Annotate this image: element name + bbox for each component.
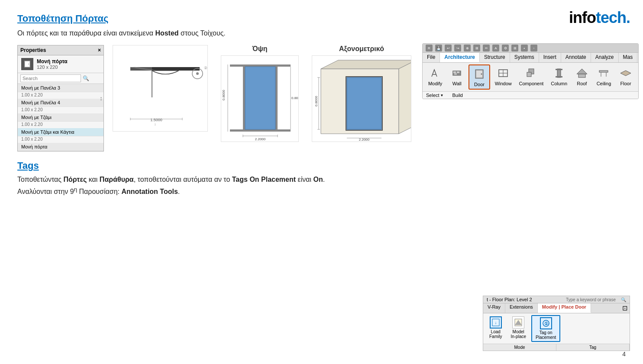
ceiling-button[interactable]: Ceiling xyxy=(594,64,614,90)
list-item[interactable]: Μονή με Πανέλα 3 xyxy=(18,84,103,92)
revit-r-icon[interactable]: R xyxy=(426,45,433,52)
svg-text:0.8000: 0.8000 xyxy=(314,96,318,106)
subtitle-bold: Hosted xyxy=(155,29,178,37)
misc-icon1[interactable]: ▪ xyxy=(521,45,528,52)
grid-icon[interactable]: ⊞ xyxy=(511,45,518,52)
svg-rect-46 xyxy=(454,73,457,75)
column-button[interactable]: Column xyxy=(548,64,570,90)
load-label2: Family xyxy=(489,334,502,339)
subtitle-suffix: στους Τοίχους. xyxy=(179,29,226,37)
undo-icon[interactable]: ↩ xyxy=(445,45,452,52)
settings-icon[interactable]: ⚙ xyxy=(502,45,509,52)
svg-marker-58 xyxy=(577,69,587,74)
properties-header: Properties × xyxy=(18,45,103,55)
select-arrow: ▼ xyxy=(440,93,444,97)
properties-close-btn[interactable]: × xyxy=(98,47,101,53)
toolbar-top-bar: R 💾 ↩ ↪ ⊕ ⊞ ✏ A ⚙ ⊞ ▪ ▫ xyxy=(423,44,638,53)
svg-point-49 xyxy=(481,74,482,75)
list-item-highlighted[interactable]: Μονή με Τζάμι και Κάγτια xyxy=(18,128,103,136)
bt-title-bar: t - Floor Plan: Level 2 Type a keyword o… xyxy=(483,296,630,303)
svg-rect-56 xyxy=(556,69,562,70)
search-icon: 🔍 xyxy=(83,75,89,81)
component-button[interactable]: Component xyxy=(516,64,546,90)
axonometric-svg: 0.8000 2.2000 1.5000 xyxy=(312,55,411,142)
door-icon xyxy=(23,60,32,68)
axonometric-view-label: Αξονομετρικό xyxy=(339,45,384,53)
logo-tech: tech. xyxy=(596,9,630,26)
bt-tab-vray[interactable]: V-Ray xyxy=(483,303,505,313)
svg-rect-20 xyxy=(275,64,278,132)
list-item[interactable]: Μονή πόρτα xyxy=(18,143,103,151)
svg-text:0.8000: 0.8000 xyxy=(291,96,299,100)
tab-systems[interactable]: Systems xyxy=(510,53,539,62)
tags-superscript: η xyxy=(74,186,77,193)
tags-suffix-pre: , τοποθετούνται αυτόματα αν το xyxy=(134,176,232,183)
list-item-size: 1.00 x 2.20 xyxy=(18,122,103,128)
svg-point-3 xyxy=(28,64,29,64)
tags-bold1: Πόρτες xyxy=(64,176,87,183)
current-door-size: 120 x 220 xyxy=(37,64,68,70)
tab-architecture[interactable]: Architecture xyxy=(440,53,480,62)
tags-line1: Τοποθετώντας Πόρτες και Παράθυρα, τοποθε… xyxy=(17,176,626,184)
floor-button[interactable]: Floor xyxy=(616,64,636,90)
redo-icon[interactable]: ↪ xyxy=(454,45,461,52)
tab-file[interactable]: File xyxy=(423,53,440,62)
floor-label: Floor xyxy=(620,81,631,86)
bt-tab-place-door[interactable]: Modify | Place Door xyxy=(538,303,591,313)
page-number: 4 xyxy=(622,351,626,358)
annotate-icon[interactable]: A xyxy=(492,45,499,52)
svg-text:②: ② xyxy=(204,66,207,70)
list-item[interactable]: Μονή με Πανέλα 4 xyxy=(18,99,103,107)
toolbar-footer: Select ▼ Build xyxy=(423,91,638,99)
roof-icon xyxy=(575,66,589,80)
logo-area: infotech. xyxy=(569,9,630,27)
bt-tab-extensions[interactable]: Extensions xyxy=(505,303,538,313)
copy-icon[interactable]: ⊕ xyxy=(464,45,471,52)
tab-insert[interactable]: Insert xyxy=(539,53,561,62)
front-view-label: Όψη xyxy=(252,45,267,53)
bt-footer: Mode Tag xyxy=(483,344,630,351)
svg-marker-32 xyxy=(399,60,411,134)
bt-tag-on-placement[interactable]: ① Tag on Placement xyxy=(531,315,560,342)
search-input[interactable] xyxy=(20,74,81,82)
tab-analyze[interactable]: Analyze xyxy=(591,53,619,62)
page: infotech. Τοποθέτηση Πόρτας Οι πόρτες κα… xyxy=(0,0,643,364)
paste-icon[interactable]: ⊞ xyxy=(473,45,480,52)
revit-toolbar: R 💾 ↩ ↪ ⊕ ⊞ ✏ A ⚙ ⊞ ▪ ▫ File Architectur… xyxy=(422,43,639,99)
ceiling-icon xyxy=(597,66,611,80)
build-label: Build xyxy=(452,93,463,98)
tab-massing[interactable]: Mas xyxy=(619,53,638,62)
roof-button[interactable]: Roof xyxy=(572,64,592,90)
svg-rect-33 xyxy=(347,77,381,129)
tags-title: Tags xyxy=(17,160,626,171)
svg-marker-31 xyxy=(321,60,411,69)
svg-rect-60 xyxy=(599,71,608,72)
bt-search-btn[interactable]: 🔍 xyxy=(621,297,626,302)
tags-line2-suffix: Παρουσίαση: xyxy=(77,188,121,195)
window-button[interactable]: Window xyxy=(492,64,515,90)
tag-icon: ① xyxy=(540,317,552,329)
door-button[interactable]: Door xyxy=(469,64,490,90)
section1-subtitle: Οι πόρτες και τα παράθυρα είναι αντικείμ… xyxy=(17,29,626,37)
modify-button[interactable]: Modify xyxy=(425,64,445,90)
tab-annotate[interactable]: Annotate xyxy=(561,53,591,62)
list-item[interactable]: Μονή με Τζάμι xyxy=(18,113,103,122)
svg-rect-44 xyxy=(453,71,456,73)
column-label: Column xyxy=(551,81,567,86)
misc-icon2[interactable]: ▫ xyxy=(530,45,537,52)
wall-button[interactable]: Wall xyxy=(447,64,467,90)
line-icon[interactable]: ✏ xyxy=(483,45,490,52)
logo: infotech. xyxy=(569,9,630,26)
select-dropdown[interactable]: Select ▼ xyxy=(426,93,444,98)
resize-handle[interactable]: ↕ xyxy=(100,95,103,102)
tab-structure[interactable]: Structure xyxy=(480,53,510,62)
bt-model-inplace[interactable]: Model In-place xyxy=(507,315,530,342)
svg-point-15 xyxy=(196,72,199,75)
bt-tabs: V-Ray Extensions Modify | Place Door ⊡ xyxy=(483,303,630,313)
list-item-size: 1.00 x 2.20 xyxy=(18,136,103,143)
bt-expand-icon[interactable]: ⊡ xyxy=(620,303,630,313)
bt-load-family[interactable]: ↓ Load Family xyxy=(486,315,505,342)
tags-mid: και xyxy=(87,176,100,183)
toolbar-ribbon: R 💾 ↩ ↪ ⊕ ⊞ ✏ A ⚙ ⊞ ▪ ▫ File Architectur… xyxy=(422,43,639,99)
save-icon[interactable]: 💾 xyxy=(435,45,442,52)
